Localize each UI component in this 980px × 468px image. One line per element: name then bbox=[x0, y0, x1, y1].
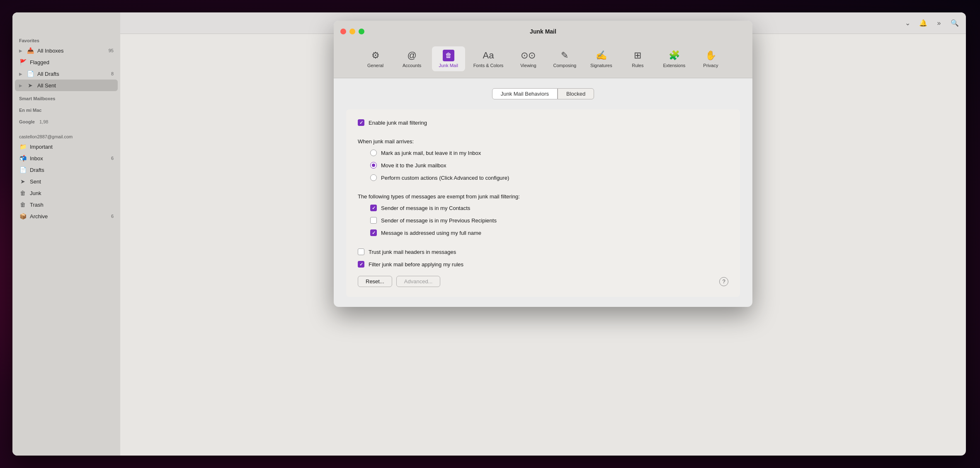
trust-headers-checkbox[interactable] bbox=[358, 248, 364, 255]
tab-fonts-colors[interactable]: Aa Fonts & Colors bbox=[468, 46, 509, 71]
archive-label: Archive bbox=[30, 213, 48, 220]
exempt-previous-row: Sender of message is in my Previous Reci… bbox=[370, 217, 728, 224]
trash-label: Trash bbox=[30, 202, 44, 208]
all-sent-label: All Sent bbox=[37, 82, 56, 89]
radio-move-label: Move it to the Junk mailbox bbox=[381, 162, 446, 169]
exempt-fullname-checkbox[interactable] bbox=[370, 229, 377, 236]
all-inboxes-label: All Inboxes bbox=[37, 48, 64, 54]
segment-blocked[interactable]: Blocked bbox=[558, 88, 594, 99]
important-icon: 📁 bbox=[19, 143, 27, 150]
fonts-icon: Aa bbox=[483, 50, 494, 61]
minimize-button[interactable] bbox=[349, 29, 355, 34]
filter-before-rules-row: Filter junk mail before applying my rule… bbox=[358, 261, 728, 268]
tab-privacy-label: Privacy bbox=[703, 63, 718, 68]
chevron-icon: ▶ bbox=[19, 48, 22, 53]
drafts-icon: 📄 bbox=[19, 166, 27, 174]
radio-mark[interactable] bbox=[370, 150, 377, 156]
extensions-icon: 🧩 bbox=[669, 50, 680, 61]
enable-filtering-label: Enable junk mail filtering bbox=[369, 120, 427, 126]
sidebar-item-all-inboxes[interactable]: ▶ 📥 All Inboxes 95 bbox=[12, 45, 120, 56]
filter-before-rules-label: Filter junk mail before applying my rule… bbox=[369, 261, 463, 268]
sidebar-item-trash[interactable]: 🗑 Trash bbox=[12, 199, 120, 210]
exempt-contacts-checkbox[interactable] bbox=[370, 205, 377, 211]
exempt-contacts-label: Sender of message is in my Contacts bbox=[381, 205, 470, 211]
all-drafts-badge: 8 bbox=[111, 71, 114, 76]
gear-icon: ⚙ bbox=[371, 50, 380, 61]
tab-viewing[interactable]: ⊙⊙ Viewing bbox=[512, 46, 545, 71]
tab-fonts-colors-label: Fonts & Colors bbox=[473, 63, 504, 68]
tab-accounts-label: Accounts bbox=[403, 63, 421, 68]
tab-junk-mail[interactable]: 🗑 Junk Mail bbox=[432, 46, 465, 71]
junk-tab-icon: 🗑 bbox=[443, 50, 454, 61]
sidebar-item-junk[interactable]: 🗑 Junk bbox=[12, 187, 120, 199]
tab-privacy[interactable]: ✋ Privacy bbox=[694, 46, 727, 71]
help-button[interactable]: ? bbox=[719, 277, 728, 286]
tab-signatures[interactable]: ✍ Signatures bbox=[585, 46, 618, 71]
signatures-icon: ✍ bbox=[596, 50, 607, 61]
archive-icon: 📦 bbox=[19, 212, 27, 220]
sidebar-item-inbox[interactable]: 📬 Inbox 6 bbox=[12, 152, 120, 164]
buttons-row: Reset... Advanced... ? bbox=[358, 276, 728, 287]
tab-signatures-label: Signatures bbox=[590, 63, 612, 68]
enable-filtering-checkbox[interactable] bbox=[358, 119, 364, 126]
filter-before-rules-checkbox[interactable] bbox=[358, 261, 364, 268]
radio-mark-row: Mark as junk mail, but leave it in my In… bbox=[370, 150, 728, 156]
inbox-icon: 📥 bbox=[27, 47, 34, 54]
sidebar-item-all-sent[interactable]: ▶ ➤ All Sent bbox=[15, 80, 118, 91]
sidebar-item-important[interactable]: 📁 Important bbox=[12, 141, 120, 152]
radio-move-row: Move it to the Junk mailbox bbox=[370, 162, 728, 169]
junk-mail-icon: 🗑 bbox=[443, 50, 454, 61]
reset-button[interactable]: Reset... bbox=[358, 276, 392, 287]
tab-rules-label: Rules bbox=[632, 63, 643, 68]
google-badge: 1,98 bbox=[39, 119, 48, 124]
google-section-label: Google 1,98 bbox=[12, 114, 120, 126]
maximize-button[interactable] bbox=[359, 29, 364, 34]
segment-control: Junk Mail Behaviors Blocked bbox=[346, 88, 740, 99]
prefs-titlebar: Junk Mail bbox=[334, 21, 752, 42]
favorites-section-label: Favorites bbox=[12, 33, 120, 45]
sidebar-item-sent[interactable]: ➤ Sent bbox=[12, 176, 120, 187]
close-button[interactable] bbox=[340, 29, 346, 34]
settings-panel: Enable junk mail filtering When junk mai… bbox=[346, 109, 740, 297]
enable-filtering-row: Enable junk mail filtering bbox=[358, 119, 728, 126]
account-label: castellon2887@gmail.com bbox=[12, 129, 120, 141]
exempt-contacts-row: Sender of message is in my Contacts bbox=[370, 205, 728, 211]
sidebar-item-all-drafts[interactable]: ▶ 📄 All Drafts 8 bbox=[12, 68, 120, 80]
tab-composing[interactable]: ✎ Composing bbox=[548, 46, 581, 71]
radio-mark-label: Mark as junk mail, but leave it in my In… bbox=[381, 150, 481, 156]
tab-general-label: General bbox=[367, 63, 383, 68]
segment-behaviors[interactable]: Junk Mail Behaviors bbox=[492, 88, 558, 99]
sidebar-item-drafts[interactable]: 📄 Drafts bbox=[12, 164, 120, 176]
all-inboxes-badge: 95 bbox=[109, 48, 114, 53]
exempt-fullname-row: Message is addressed using my full name bbox=[370, 229, 728, 236]
tab-extensions[interactable]: 🧩 Extensions bbox=[657, 46, 691, 71]
junk-icon: 🗑 bbox=[19, 189, 27, 197]
sidebar-item-archive[interactable]: 📦 Archive 6 bbox=[12, 210, 120, 222]
radio-custom[interactable] bbox=[370, 174, 377, 181]
drafts-icon: 📄 bbox=[27, 70, 34, 77]
tab-composing-label: Composing bbox=[553, 63, 577, 68]
all-drafts-label: All Drafts bbox=[37, 71, 59, 77]
sidebar-item-flagged[interactable]: 🚩 Flagged bbox=[12, 56, 120, 68]
rules-icon: ⊞ bbox=[634, 50, 641, 61]
sent-label: Sent bbox=[30, 179, 41, 185]
modal-overlay: Junk Mail ⚙ General @ Accounts 🗑 bbox=[120, 12, 966, 456]
tab-rules[interactable]: ⊞ Rules bbox=[621, 46, 654, 71]
tab-accounts[interactable]: @ Accounts bbox=[395, 46, 429, 71]
privacy-icon: ✋ bbox=[705, 50, 716, 61]
drafts-label: Drafts bbox=[30, 167, 44, 173]
inbox-icon: 📬 bbox=[19, 154, 27, 162]
google-label: Google bbox=[19, 119, 35, 124]
radio-move[interactable] bbox=[370, 162, 377, 169]
mail-app-window: Favorites ▶ 📥 All Inboxes 95 🚩 Flagged ▶… bbox=[12, 12, 966, 456]
sent-icon: ➤ bbox=[27, 82, 34, 89]
prefs-traffic-lights bbox=[340, 29, 364, 34]
trust-headers-label: Trust junk mail headers in messages bbox=[369, 249, 456, 255]
exempt-previous-checkbox[interactable] bbox=[370, 217, 377, 224]
advanced-button[interactable]: Advanced... bbox=[396, 276, 441, 287]
prefs-window: Junk Mail ⚙ General @ Accounts 🗑 bbox=[334, 21, 752, 307]
tab-extensions-label: Extensions bbox=[663, 63, 685, 68]
inbox-badge: 6 bbox=[111, 156, 114, 161]
tab-viewing-label: Viewing bbox=[520, 63, 536, 68]
tab-general[interactable]: ⚙ General bbox=[359, 46, 392, 71]
